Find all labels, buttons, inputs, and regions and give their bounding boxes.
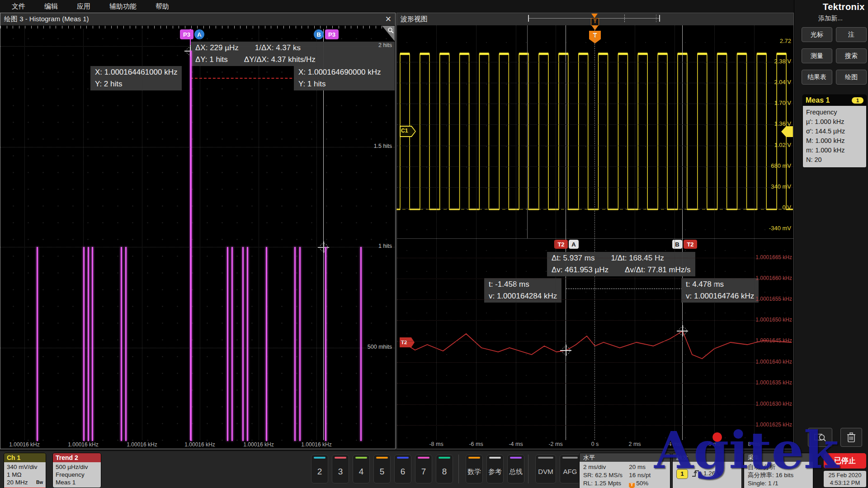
trend-cursor-a-t2-badge[interactable]: T2 <box>554 240 568 249</box>
trend-gridline-h <box>397 258 793 258</box>
channel-button-6[interactable]: 6 <box>394 455 411 483</box>
time-axis-label: -4 ms <box>500 441 532 447</box>
button-数学[interactable]: 数学 <box>466 455 483 483</box>
cursor-a-x: X: 1.000164461000 kHz <box>95 66 177 78</box>
trend-cursor-b-t2-badge[interactable]: T2 <box>684 240 697 249</box>
waveform-section-divider[interactable] <box>397 238 793 239</box>
menu-item-帮助[interactable]: 帮助 <box>156 2 169 11</box>
zoom-mode-button[interactable] <box>808 428 832 447</box>
hist-y-axis-label: 1 hits <box>325 243 392 249</box>
trend-cursor-a-badge[interactable]: A <box>569 240 579 249</box>
minimap-trigger-t-icon[interactable]: T <box>591 18 599 26</box>
channel-button-8[interactable]: 8 <box>436 455 453 483</box>
horizontal-value: 16 ns/pt <box>629 471 666 479</box>
trigger-pos-icon: T <box>629 483 635 488</box>
trash-button[interactable] <box>840 428 862 447</box>
meas1-panel[interactable]: Meas 1 1 Frequencyµ': 1.000 kHzσ': 144.5… <box>802 95 867 168</box>
menu-item-文件[interactable]: 文件 <box>12 2 25 11</box>
trend2-badge-title: Trend 2 <box>53 453 101 462</box>
afg-button[interactable]: AFG <box>560 455 580 483</box>
time-axis-label: -6 ms <box>460 441 492 447</box>
dvm-button[interactable]: DVM <box>535 455 556 483</box>
stopped-button[interactable]: 已停止 <box>824 453 866 469</box>
hist-gridline-v <box>200 29 200 440</box>
histogram-bar <box>190 51 192 441</box>
trend-delta-readout: Δt: 5.937 ms1/Δt: 168.45 Hz Δv: 461.953 … <box>547 252 695 276</box>
horizontal-panel[interactable]: 水平 2 ms/div20 msSR: 62.5 MS/s16 ns/ptRL:… <box>579 453 670 488</box>
histogram-cursor-b-badge[interactable]: B <box>314 29 324 39</box>
volt-axis-label: 340 mV <box>738 183 791 190</box>
channel-button-4[interactable]: 4 <box>353 455 370 483</box>
time-axis-label: 0 s <box>579 441 611 447</box>
channel-button-3[interactable]: 3 <box>332 455 349 483</box>
histogram-bar <box>227 247 228 441</box>
button-参考[interactable]: 参考 <box>486 455 504 483</box>
trigger-panel[interactable]: 触发 1 1.26 V <box>672 453 742 488</box>
menu-item-应用[interactable]: 应用 <box>77 2 90 11</box>
cursor-a-t: t: -1.458 ms <box>489 279 557 290</box>
volt-axis-label: -340 mV <box>738 225 791 232</box>
trend2-badge[interactable]: Trend 2 500 µHz/divFrequencyMeas 1 <box>52 453 101 488</box>
sidebar-button-测量[interactable]: 测量 <box>802 48 832 63</box>
volt-axis-label: 2.04 V <box>738 79 791 85</box>
time-value: 4:53:12 PM <box>824 479 866 487</box>
button-divider-2 <box>528 455 528 483</box>
histogram-cursor-a-badge[interactable]: A <box>194 29 204 39</box>
close-icon[interactable]: ✕ <box>385 14 392 24</box>
trend-cursor-a-line[interactable] <box>566 25 566 440</box>
sidebar-button-结果表[interactable]: 结果表 <box>802 70 832 85</box>
trend-cursor-b-crosshair[interactable] <box>679 327 687 335</box>
menu-item-编辑[interactable]: 编辑 <box>44 2 58 11</box>
delta-y-x-value: ΔY/ΔX: 4.37 khits/Hz <box>244 54 316 66</box>
minimap-right-bracket[interactable] <box>659 15 660 22</box>
waveform-canvas[interactable] <box>396 25 794 441</box>
sidebar-button-搜索[interactable]: 搜索 <box>836 48 867 63</box>
trend-gridline-h <box>397 299 793 300</box>
wave-gridline-v <box>635 25 635 440</box>
sidebar-button-绘图[interactable]: 绘图 <box>836 70 867 85</box>
histogram-bar <box>83 247 85 441</box>
minimap-trigger-arrow-icon[interactable] <box>591 14 598 18</box>
histogram-cursor-b-line[interactable] <box>323 29 324 440</box>
hist-y-axis-label: 1.5 hits <box>325 143 392 149</box>
menu-item-辅助功能[interactable]: 辅助功能 <box>109 2 137 11</box>
wave-gridline-v <box>675 25 675 440</box>
trigger-panel-title: 触发 <box>673 453 741 462</box>
minimap-left-bracket[interactable] <box>528 15 529 22</box>
channel-button-7[interactable]: 7 <box>415 455 432 483</box>
histogram-cursor-b-p3-badge[interactable]: P3 <box>325 29 339 39</box>
ch1-badge-values: 340 mV/div1 MΩ20 MHzBw <box>4 462 46 488</box>
meas1-count-badge: 1 <box>852 97 863 104</box>
channel-button-5[interactable]: 5 <box>373 455 391 483</box>
volt-axis-label: 2.72 <box>738 38 791 44</box>
channel-color-strip <box>376 457 388 459</box>
trigger-position-line <box>594 25 595 440</box>
trend-cursor-a-crosshair[interactable] <box>562 346 570 355</box>
histogram-bar <box>121 247 122 441</box>
freq-axis-label: 1.0001650 kHz <box>746 317 792 323</box>
add-new-label[interactable]: 添加新... <box>794 14 867 23</box>
trend-cursor-b-badge[interactable]: B <box>672 240 682 249</box>
wave-gridline-v <box>516 25 516 440</box>
channel-color-strip <box>468 457 480 459</box>
hist-x-axis-label: 1.00016 kHz <box>122 441 162 448</box>
wave-gridline-h <box>397 146 793 146</box>
time-axis-label: 2 ms <box>619 441 651 447</box>
sidebar-button-光标[interactable]: 光标 <box>802 27 832 42</box>
histogram-titlebar[interactable]: 绘图 3 - Histogram (Meas 1) ✕ <box>0 13 395 26</box>
channel-color-strip <box>397 457 409 459</box>
button-总线[interactable]: 总线 <box>507 455 524 483</box>
sidebar-button-注[interactable]: 注 <box>836 27 867 42</box>
wave-gridline-h <box>397 83 793 83</box>
histogram-bar <box>92 247 93 441</box>
trend-cursor-a-readout: t: -1.458 ms v: 1.000164284 kHz <box>484 278 561 303</box>
channel-button-2[interactable]: 2 <box>311 455 328 483</box>
trend-cursor-b-line[interactable] <box>682 25 683 440</box>
volt-axis-label: 1.70 V <box>738 99 791 106</box>
acquisition-panel[interactable]: 采集 自动, 分析高分辨率: 16 bitsSingle: 1 /1 <box>744 453 813 488</box>
ch1-badge[interactable]: Ch 1 340 mV/div1 MΩ20 MHzBw <box>4 453 46 488</box>
wave-gridline-v <box>754 25 755 440</box>
trend-delta-v-line <box>566 289 682 289</box>
freq-axis-label: 1.0001645 kHz <box>746 337 792 344</box>
histogram-cursor-a-p3-badge[interactable]: P3 <box>180 29 193 39</box>
